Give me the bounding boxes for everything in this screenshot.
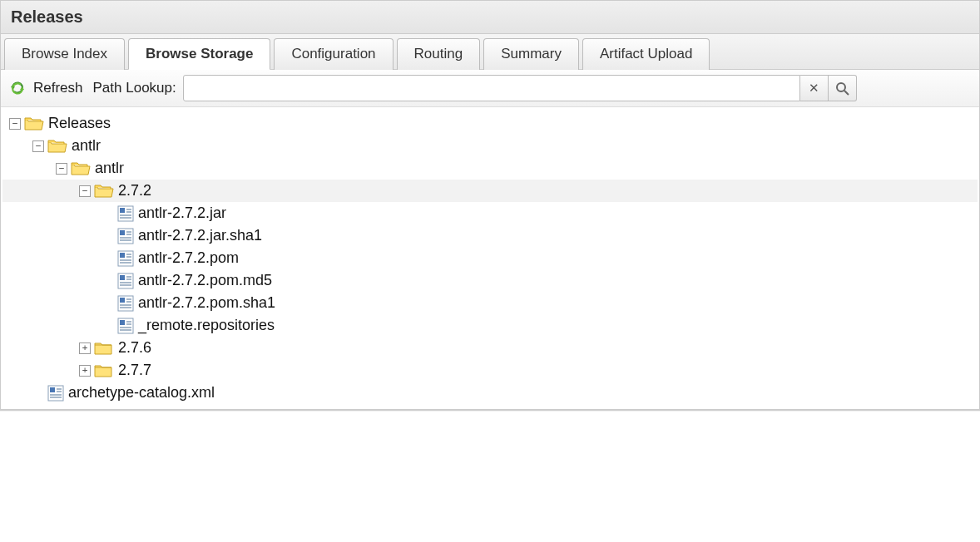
collapse-toggle[interactable]: − — [32, 140, 44, 152]
expand-toggle[interactable]: + — [79, 365, 91, 377]
collapse-toggle[interactable]: − — [56, 163, 67, 175]
panel-bottom-border — [0, 410, 980, 411]
toolbar: Refresh Path Lookup: ✕ — [1, 70, 979, 107]
tree-node[interactable]: −2.7.2 — [2, 180, 978, 202]
collapse-toggle[interactable]: − — [9, 118, 21, 130]
path-lookup-group: ✕ — [183, 75, 857, 101]
tree-node-label: 2.7.7 — [118, 362, 151, 379]
refresh-icon — [9, 80, 26, 96]
file-icon — [117, 318, 134, 334]
tree-node-label: Releases — [48, 115, 111, 132]
tree-node-label: antlr-2.7.2.pom — [138, 249, 239, 267]
refresh-label: Refresh — [33, 80, 83, 96]
tree-node[interactable]: antlr-2.7.2.pom.sha1 — [2, 292, 978, 314]
close-icon: ✕ — [809, 81, 819, 96]
path-lookup-label: Path Lookup: — [93, 80, 176, 96]
tab-summary[interactable]: Summary — [483, 38, 579, 70]
folder-open-icon — [24, 116, 44, 132]
folder-open-icon — [71, 160, 91, 177]
folder-open-icon — [94, 183, 114, 200]
repository-tree: −Releases−antlr−antlr−2.7.2antlr-2.7.2.j… — [1, 107, 979, 409]
clear-lookup-button[interactable]: ✕ — [800, 75, 829, 101]
tree-node-label: antlr-2.7.2.jar.sha1 — [138, 227, 262, 244]
expand-toggle[interactable]: + — [79, 342, 91, 354]
file-icon — [117, 273, 134, 289]
tree-node[interactable]: +2.7.7 — [2, 359, 978, 382]
search-icon — [834, 81, 849, 96]
search-lookup-button[interactable] — [829, 75, 857, 101]
folder-closed-icon — [94, 362, 114, 379]
folder-closed-icon — [94, 340, 114, 357]
path-lookup-input[interactable] — [183, 75, 800, 101]
tab-artifact-upload[interactable]: Artifact Upload — [582, 38, 710, 70]
tree-node-label: antlr — [95, 160, 124, 177]
panel-title: Releases — [1, 1, 979, 34]
tree-node[interactable]: antlr-2.7.2.jar — [2, 202, 978, 224]
tree-node-label: antlr-2.7.2.jar — [138, 204, 226, 222]
tree-node-label: _remote.repositories — [138, 317, 275, 334]
tree-node[interactable]: antlr-2.7.2.pom.md5 — [2, 269, 978, 292]
tab-bar: Browse IndexBrowse StorageConfigurationR… — [1, 34, 979, 70]
tree-node[interactable]: archetype-catalog.xml — [2, 382, 978, 404]
file-icon — [117, 250, 134, 267]
tree-node[interactable]: −antlr — [2, 157, 978, 180]
tree-node-label: archetype-catalog.xml — [68, 384, 215, 402]
file-icon — [117, 295, 134, 312]
collapse-toggle[interactable]: − — [79, 185, 91, 197]
file-icon — [117, 205, 134, 222]
tree-node-label: 2.7.6 — [118, 339, 151, 357]
tree-node-label: antlr — [72, 137, 101, 155]
releases-panel: Releases Browse IndexBrowse StorageConfi… — [0, 0, 980, 410]
tree-node-label: antlr-2.7.2.pom.md5 — [138, 272, 272, 289]
file-icon — [117, 228, 134, 244]
tab-routing[interactable]: Routing — [397, 38, 481, 70]
tab-browse-storage[interactable]: Browse Storage — [128, 38, 270, 70]
tree-node[interactable]: +2.7.6 — [2, 337, 978, 359]
tab-configuration[interactable]: Configuration — [274, 38, 393, 70]
tree-node-label: 2.7.2 — [118, 182, 151, 200]
tree-node[interactable]: antlr-2.7.2.jar.sha1 — [2, 224, 978, 247]
folder-open-icon — [47, 138, 67, 155]
tab-browse-index[interactable]: Browse Index — [4, 38, 125, 70]
tree-node[interactable]: −antlr — [2, 135, 978, 157]
tree-node[interactable]: antlr-2.7.2.pom — [2, 247, 978, 269]
tree-node[interactable]: −Releases — [2, 112, 978, 135]
refresh-button[interactable]: Refresh — [9, 80, 83, 96]
tree-node-label: antlr-2.7.2.pom.sha1 — [138, 294, 275, 312]
tree-node[interactable]: _remote.repositories — [2, 314, 978, 337]
file-icon — [47, 385, 64, 402]
